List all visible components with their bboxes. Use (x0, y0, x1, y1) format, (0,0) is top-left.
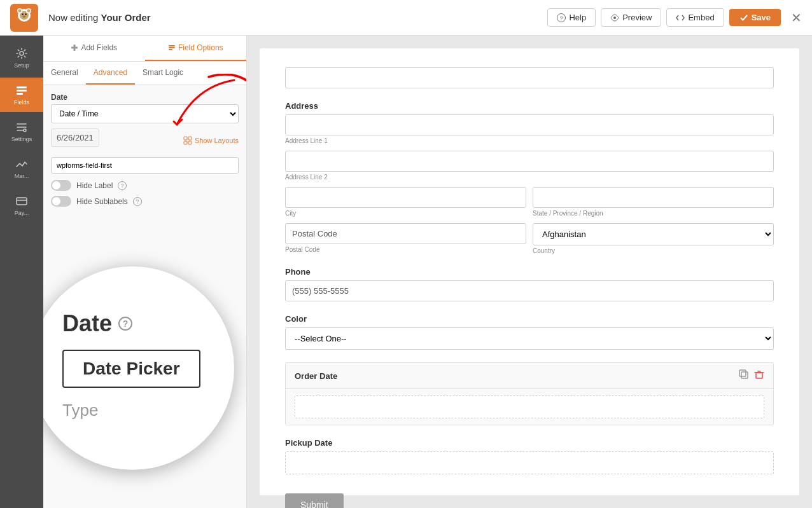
tab-add-fields[interactable]: Add Fields (43, 36, 145, 61)
pickup-date-label: Pickup Date (285, 438, 774, 448)
svg-rect-28 (741, 372, 748, 378)
check-icon (739, 13, 748, 22)
address-line2-group: Address Line 2 (285, 151, 774, 181)
topbar-actions: ? Help Preview Embed Save ✕ (547, 8, 802, 27)
svg-rect-22 (169, 47, 175, 48)
field-group-phone: Phone (285, 267, 774, 301)
order-date-label: Order Date (295, 371, 337, 381)
left-nav: Setup Fields Settings Mar... Pay... (0, 36, 43, 508)
help-icon: ? (557, 13, 566, 22)
fo-tab-advanced[interactable]: Advanced (86, 62, 135, 85)
css-class-input[interactable] (51, 157, 239, 174)
preview-button[interactable]: Preview (601, 8, 661, 27)
svg-rect-29 (739, 370, 746, 376)
nav-item-payments[interactable]: Pay... (0, 188, 43, 223)
color-label: Color (285, 314, 774, 324)
order-date-actions (739, 369, 764, 382)
svg-point-17 (24, 129, 26, 132)
field-group-color: Color --Select One-- Red Blue Green (285, 314, 774, 350)
copy-icon (739, 369, 749, 380)
postal-sublabel: Postal Code (285, 246, 526, 253)
order-date-copy-button[interactable] (739, 369, 749, 382)
zoom-help-icon: ? (118, 317, 132, 331)
nav-item-fields[interactable]: Fields (0, 78, 43, 112)
fo-tab-general[interactable]: General (43, 62, 86, 85)
nav-item-marketing[interactable]: Mar... (0, 151, 43, 186)
address-grid: Address Line 1 Address Line 2 City State… (285, 114, 774, 254)
city-sublabel: City (285, 210, 526, 217)
hide-sublabels-row: Hide Sublabels ? (51, 196, 239, 207)
address-line1-input[interactable] (285, 114, 774, 135)
svg-text:?: ? (560, 15, 563, 22)
trash-icon (754, 369, 764, 380)
svg-rect-18 (17, 198, 27, 205)
form-wrapper: Address Address Line 1 Address Line 2 Ci… (260, 48, 799, 495)
field-group-address: Address Address Line 1 Address Line 2 Ci… (285, 101, 774, 254)
code-icon (676, 13, 685, 22)
state-group: State / Province / Region (533, 187, 774, 217)
embed-button[interactable]: Embed (666, 8, 724, 27)
show-layouts-link[interactable]: Show Layouts (183, 136, 239, 145)
close-button[interactable]: ✕ (791, 10, 802, 25)
zoom-type-label: Type (62, 401, 98, 420)
color-select[interactable]: --Select One-- Red Blue Green (285, 327, 774, 350)
hide-label-toggle[interactable] (51, 180, 71, 191)
order-date-header: Order Date (286, 363, 773, 389)
hide-sublabels-help-icon[interactable]: ? (133, 197, 142, 206)
postal-group: Postal Code (285, 223, 526, 254)
svg-point-8 (25, 13, 27, 15)
city-group: City (285, 187, 526, 217)
phone-label: Phone (285, 267, 774, 277)
state-input[interactable] (533, 187, 774, 208)
field-options-subtabs: General Advanced Smart Logic (43, 62, 246, 85)
fo-tab-smart-logic[interactable]: Smart Logic (135, 62, 191, 85)
save-button[interactable]: Save (729, 9, 781, 26)
nav-item-setup[interactable]: Setup (0, 41, 43, 75)
svg-rect-23 (169, 49, 172, 50)
svg-rect-15 (17, 90, 27, 92)
svg-point-12 (613, 17, 616, 19)
nav-item-settings[interactable]: Settings (0, 114, 43, 149)
field-type-select[interactable]: Date / Time (51, 104, 239, 123)
submit-button[interactable]: Submit (285, 493, 344, 508)
date-value-display: 6/26/2021 (51, 128, 99, 147)
order-date-body (286, 389, 773, 425)
pickup-date-input-box[interactable] (285, 451, 774, 474)
field-type-label-row: Date (51, 93, 239, 102)
order-date-input-box[interactable] (295, 395, 764, 418)
hide-sublabels-toggle[interactable] (51, 196, 71, 207)
field-options-icon (168, 44, 176, 51)
svg-rect-20 (74, 45, 76, 51)
eye-icon (610, 13, 619, 22)
order-date-delete-button[interactable] (754, 369, 764, 382)
field-group-pickup-date: Pickup Date (285, 438, 774, 474)
phone-input[interactable] (285, 280, 774, 301)
hide-label-row: Hide Label ? (51, 180, 239, 191)
hide-sublabels-text: Hide Sublabels (76, 197, 128, 206)
address-label: Address (285, 101, 774, 111)
panel-main-tabs: Add Fields Field Options (43, 36, 246, 62)
postal-input[interactable] (285, 223, 526, 244)
svg-rect-27 (188, 141, 192, 144)
order-date-section: Order Date (285, 362, 774, 425)
address-line2-sublabel: Address Line 2 (285, 174, 774, 181)
zoom-date-title: Date ? (62, 310, 132, 337)
address-line2-input[interactable] (285, 151, 774, 172)
svg-point-13 (20, 51, 24, 55)
top-input[interactable] (285, 67, 774, 88)
country-sublabel: Country (533, 247, 774, 254)
svg-point-9 (23, 15, 26, 17)
country-group: Afghanistan Albania Algeria Country (533, 223, 774, 254)
hide-label-help-icon[interactable]: ? (118, 181, 127, 190)
hide-label-text: Hide Label (76, 181, 113, 190)
layout-icon (183, 136, 192, 145)
show-layouts-row: 6/26/2021 Show Layouts (51, 128, 239, 152)
help-button[interactable]: ? Help (547, 8, 596, 27)
country-select[interactable]: Afghanistan Albania Algeria (533, 223, 774, 245)
zoom-datepicker-box: Date Picker (62, 350, 200, 388)
svg-rect-14 (17, 86, 27, 88)
side-panel: Add Fields Field Options General Advance… (43, 36, 247, 508)
svg-point-6 (27, 9, 31, 12)
tab-field-options[interactable]: Field Options (145, 36, 247, 61)
city-input[interactable] (285, 187, 526, 208)
